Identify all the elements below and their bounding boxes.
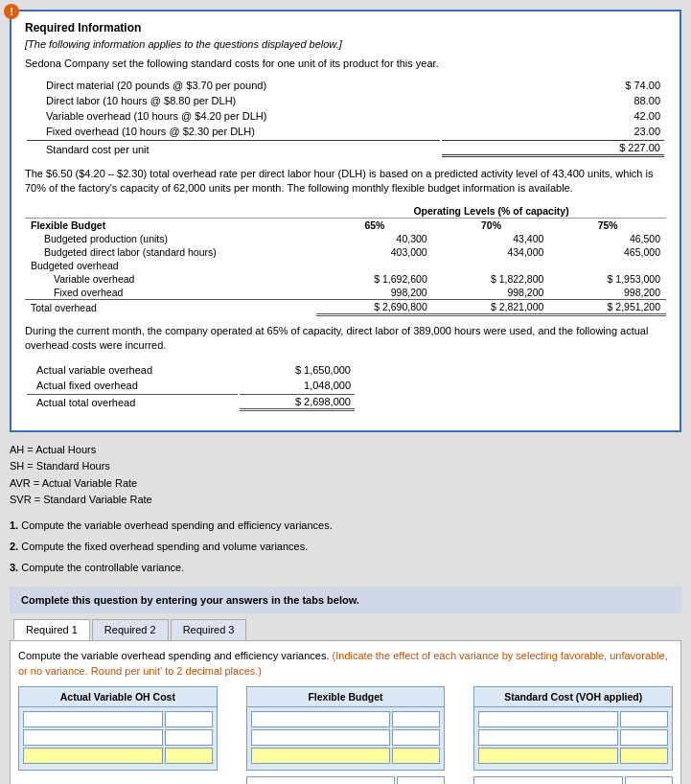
actual-voh-input-2b[interactable] — [165, 729, 213, 746]
fixed-overhead-65: 998,200 — [316, 286, 433, 300]
flex-budget-label: Flexible Budget — [25, 218, 316, 232]
flex-subheader-row: Flexible Budget 65% 70% 75% — [25, 218, 666, 232]
level-75: 75% — [549, 218, 666, 232]
variance-layout: Actual Variable OH Cost — [18, 686, 673, 771]
actual-voh-input-1[interactable] — [23, 711, 163, 727]
flex-budget-input-1b[interactable] — [392, 711, 440, 727]
budgeted-production-70: 43,400 — [433, 232, 550, 245]
operating-levels-header: Operating Levels (% of capacity) — [316, 204, 666, 219]
budgeted-dlh-label: Budgeted direct labor (standard hours) — [25, 245, 316, 259]
paragraph-1: The $6.50 ($4.20 – $2.30) total overhead… — [25, 167, 666, 196]
paragraph-2: During the current month, the company op… — [25, 324, 666, 354]
standard-cost-voh-body — [474, 707, 672, 770]
cost-value: 88.00 — [442, 94, 664, 107]
tab-required-2[interactable]: Required 2 — [92, 619, 169, 640]
cost-value: $ 74.00 — [442, 79, 664, 92]
spending-variance-input[interactable] — [246, 776, 396, 784]
efficiency-variance-input-b[interactable] — [625, 776, 673, 784]
flex-budget-input-3[interactable] — [251, 748, 391, 764]
tab-required-1[interactable]: Required 1 — [13, 619, 90, 640]
actual-voh-input-3[interactable] — [23, 748, 163, 764]
flex-budget-input-2b[interactable] — [392, 729, 440, 746]
budgeted-production-65: 40,300 — [316, 232, 433, 245]
flexible-budget-body — [247, 707, 445, 770]
actual-voh-input-2[interactable] — [23, 729, 163, 746]
std-cost-input-1b[interactable] — [620, 711, 668, 727]
actual-fixed-label: Actual fixed overhead — [27, 379, 238, 392]
actual-variable-label: Actual variable overhead — [27, 363, 238, 377]
questions-section: 1. Compute the variable overhead spendin… — [10, 517, 681, 577]
connector-2 — [445, 686, 473, 771]
required-info-title: Required Information — [25, 21, 666, 35]
definitions-section: AH = Actual Hours SH = Standard Hours AV… — [10, 442, 681, 509]
connector-1 — [218, 686, 246, 771]
required-info-subtitle: [The following information applies to th… — [25, 38, 666, 50]
fixed-overhead-label: Fixed overhead — [25, 286, 316, 300]
cost-table: Direct material (20 pounds @ $3.70 per p… — [25, 77, 666, 159]
budgeted-dlh-65: 403,000 — [316, 245, 433, 259]
std-cost-input-3[interactable] — [478, 748, 618, 764]
table-row: Budgeted direct labor (standard hours) 4… — [25, 245, 666, 259]
def-avr: AVR = Actual Variable Rate — [10, 475, 681, 493]
efficiency-variance-input[interactable] — [473, 776, 623, 784]
actual-voh-body — [19, 707, 217, 770]
variable-overhead-70: $ 1,822,800 — [433, 272, 550, 286]
spending-variance-input-b[interactable] — [397, 776, 445, 784]
std-cost-input-2[interactable] — [478, 729, 618, 746]
budgeted-dlh-70: 434,000 — [433, 245, 550, 259]
flex-budget-input-1[interactable] — [251, 711, 391, 727]
standard-cost-row: Standard cost per unit $ 227.00 — [27, 140, 664, 157]
std-cost-input-1[interactable] — [478, 711, 618, 727]
std-cost-input-3b[interactable] — [620, 748, 668, 764]
question-2: 2. Compute the fixed overhead spending a… — [10, 538, 681, 557]
std-cost-input-2b[interactable] — [620, 729, 668, 746]
cost-label: Direct material (20 pounds @ $3.70 per p… — [27, 79, 440, 92]
flexible-budget-header: Flexible Budget — [247, 687, 445, 707]
total-overhead-65: $ 2,690,800 — [316, 299, 433, 314]
tabs-row: Required 1 Required 2 Required 3 — [10, 619, 681, 640]
budgeted-production-label: Budgeted production (units) — [25, 232, 316, 245]
flex-header-row: Operating Levels (% of capacity) — [25, 204, 666, 219]
table-row: Variable overhead $ 1,692,600 $ 1,822,80… — [25, 272, 666, 286]
def-svr: SVR = Standard Variable Rate — [10, 492, 681, 509]
actual-voh-input-3b[interactable] — [165, 748, 213, 764]
tab-content-area: Compute the variable overhead spending a… — [10, 640, 681, 784]
table-row: Budgeted production (units) 40,300 43,40… — [25, 232, 666, 245]
cost-value: 23.00 — [442, 125, 664, 138]
total-overhead-75: $ 2,951,200 — [549, 299, 666, 314]
intro-text: Sedona Company set the following standar… — [25, 58, 666, 69]
actual-voh-col: Actual Variable OH Cost — [18, 686, 218, 771]
def-ah: AH = Actual Hours — [10, 442, 681, 459]
tab-required-3[interactable]: Required 3 — [171, 619, 247, 640]
level-65: 65% — [316, 218, 433, 232]
complete-box: Complete this question by entering your … — [10, 587, 681, 613]
flex-budget-input-2[interactable] — [251, 729, 391, 746]
actual-voh-input-1b[interactable] — [165, 711, 213, 727]
table-row: Budgeted overhead — [25, 259, 666, 272]
cost-label: Fixed overhead (10 hours @ $2.30 per DLH… — [27, 125, 440, 138]
budgeted-dlh-75: 465,000 — [549, 245, 666, 259]
budgeted-overhead-label: Budgeted overhead — [25, 259, 316, 272]
standard-cost-voh-header: Standard Cost (VOH applied) — [474, 687, 672, 707]
question-1: 1. Compute the variable overhead spendin… — [10, 517, 681, 536]
variable-overhead-75: $ 1,953,000 — [549, 272, 666, 286]
compute-note: (Indicate the effect of each variance by… — [18, 650, 668, 676]
actual-voh-header: Actual Variable OH Cost — [19, 687, 217, 707]
def-sh: SH = Standard Hours — [10, 458, 681, 475]
table-row: Fixed overhead 998,200 998,200 998,200 — [25, 286, 666, 300]
cost-label: Direct labor (10 hours @ $8.80 per DLH) — [27, 94, 440, 107]
total-overhead-row: Total overhead $ 2,690,800 $ 2,821,000 $… — [25, 299, 666, 314]
compute-instruction: Compute the variable overhead spending a… — [18, 649, 673, 679]
standard-cost-value: $ 227.00 — [442, 140, 664, 157]
flex-budget-input-3b[interactable] — [392, 748, 440, 764]
table-row: Variable overhead (10 hours @ $4.20 per … — [27, 109, 664, 123]
cost-label: Variable overhead (10 hours @ $4.20 per … — [27, 109, 440, 123]
flex-budget-table: Operating Levels (% of capacity) Flexibl… — [25, 204, 666, 316]
table-row: Fixed overhead (10 hours @ $2.30 per DLH… — [27, 125, 664, 138]
total-overhead-label: Total overhead — [25, 299, 316, 314]
actual-overhead-table: Actual variable overhead $ 1,650,000 Act… — [25, 361, 357, 413]
variable-overhead-65: $ 1,692,600 — [316, 272, 433, 286]
table-row: Direct labor (10 hours @ $8.80 per DLH) … — [27, 94, 664, 107]
question-3: 3. Compute the controllable variance. — [10, 559, 681, 578]
flexible-budget-col: Flexible Budget — [246, 686, 446, 771]
